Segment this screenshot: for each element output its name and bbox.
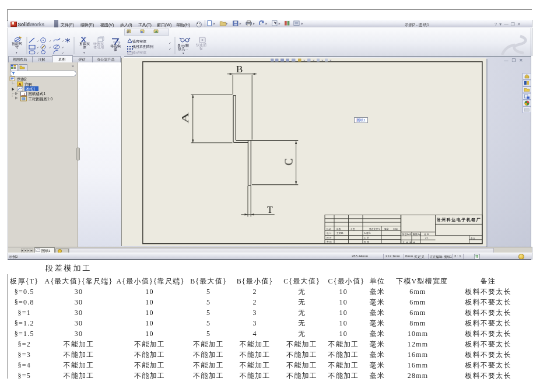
svg-text:A: A [19, 82, 22, 86]
